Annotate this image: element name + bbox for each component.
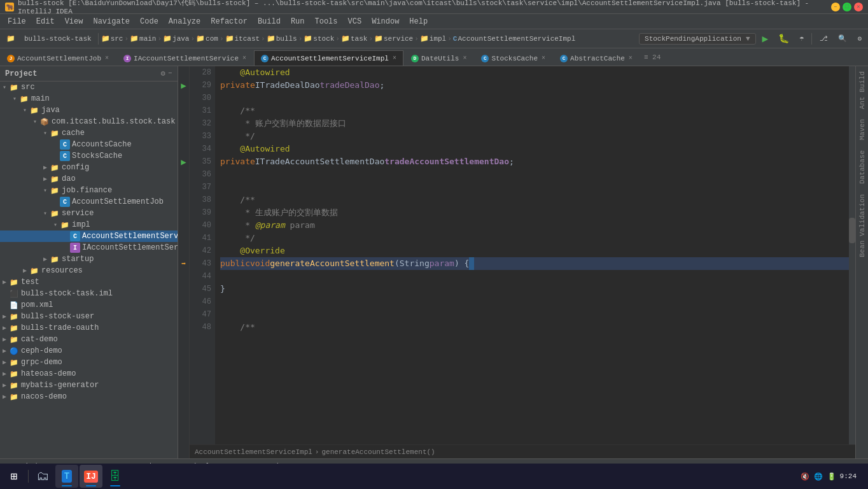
tree-item-startup[interactable]: ▶📁startup bbox=[0, 253, 178, 265]
tab-close-tab5[interactable]: × bbox=[542, 55, 545, 62]
toolbar-project-icon[interactable]: 📁 bbox=[3, 33, 19, 44]
tree-item-service[interactable]: ▾📁service bbox=[0, 208, 178, 219]
tree-item-cache[interactable]: ▾📁cache bbox=[0, 127, 178, 139]
tree-item-bulls-stock-user[interactable]: ▶📁bulls-stock-user bbox=[0, 311, 178, 322]
tree-item-hateoas-demo[interactable]: ▶📁hateoas-demo bbox=[0, 368, 178, 379]
tree-item-java[interactable]: ▾📁java bbox=[0, 104, 178, 116]
taskbar-app-explorer[interactable]: 🗂 bbox=[31, 465, 54, 488]
menu-item-vcs[interactable]: VCS bbox=[343, 16, 367, 27]
line-num-47: 47 bbox=[190, 308, 211, 321]
marker-32 bbox=[178, 117, 189, 130]
maximize-button[interactable]: □ bbox=[843, 3, 851, 11]
tree-item-impl[interactable]: ▾📁impl bbox=[0, 219, 178, 230]
tab-tab6[interactable]: CAbstractCache× bbox=[553, 50, 640, 66]
tab-close-tab2[interactable]: × bbox=[242, 55, 246, 62]
tab-tab1[interactable]: JAccountSettlementJob× bbox=[0, 50, 116, 66]
menu-item-refactor[interactable]: Refactor bbox=[206, 16, 253, 27]
scrollbar[interactable] bbox=[849, 66, 855, 444]
tab-tab3[interactable]: CAccountSettlementServiceImpl× bbox=[254, 50, 403, 66]
sidebar-collapse-icon[interactable]: – bbox=[168, 69, 172, 78]
tab-close-tab3[interactable]: × bbox=[393, 55, 396, 62]
toolbar-sep2 bbox=[811, 33, 812, 45]
sidebar-settings-icon[interactable]: ⚙ bbox=[161, 69, 165, 78]
tree-item-test[interactable]: ▶📁test bbox=[0, 276, 178, 288]
right-tab-bean-validation[interactable]: Bean Validation bbox=[857, 189, 868, 262]
run-config-selector[interactable]: StockPendingApplication ▼ bbox=[639, 33, 755, 45]
tab-tab4[interactable]: DDateUtils× bbox=[404, 50, 473, 66]
marker-36 bbox=[178, 168, 189, 181]
tree-item-src[interactable]: ▾📁src bbox=[0, 82, 178, 93]
run-button[interactable]: ▶ bbox=[759, 31, 773, 46]
tab-close-tab6[interactable]: × bbox=[629, 55, 633, 62]
right-tab-database[interactable]: Database bbox=[857, 145, 868, 189]
menu-item-file[interactable]: File bbox=[3, 16, 31, 27]
menu-item-view[interactable]: View bbox=[60, 16, 88, 27]
menu-item-build[interactable]: Build bbox=[253, 16, 286, 27]
tree-item-com-itcast-bulls-stock-task[interactable]: ▾📦com.itcast.bulls.stock.task bbox=[0, 116, 178, 127]
tree-item-AccountSettlementServiceImpl[interactable]: CAccountSettlementServiceImpl bbox=[0, 230, 178, 242]
tab-close-tab4[interactable]: × bbox=[463, 55, 466, 62]
menu-item-analyze[interactable]: Analyze bbox=[164, 16, 206, 27]
marker-43: ➡ bbox=[178, 257, 189, 270]
code-line-42: @Override bbox=[220, 244, 849, 257]
menu-item-navigate[interactable]: Navigate bbox=[88, 16, 135, 27]
menu-item-run[interactable]: Run bbox=[286, 16, 310, 27]
line-num-46: 46 bbox=[190, 295, 211, 308]
tree-item-bulls-trade-oauth[interactable]: ▶📁bulls-trade-oauth bbox=[0, 322, 178, 334]
taskbar-app-typora[interactable]: T bbox=[55, 465, 78, 488]
menu-item-tools[interactable]: Tools bbox=[310, 16, 343, 27]
taskbar-app-navicat[interactable]: 🗄 bbox=[104, 465, 127, 488]
tabs-count[interactable]: ≡ 24 bbox=[640, 53, 664, 61]
search-button[interactable]: 🔍 bbox=[834, 33, 851, 44]
editor[interactable]: 2829303132333435363738394041424344454647… bbox=[190, 66, 855, 458]
tree-item-IAccountSettlementService[interactable]: IIAccountSettlementService bbox=[0, 242, 178, 253]
tree-item-job-finance[interactable]: ▾📁job.finance bbox=[0, 185, 178, 196]
tree-item-StocksCache[interactable]: CStocksCache bbox=[0, 150, 178, 162]
menu-item-window[interactable]: Window bbox=[367, 16, 404, 27]
tree-item-grpc-demo[interactable]: ▶📁grpc-demo bbox=[0, 357, 178, 368]
menu-item-edit[interactable]: Edit bbox=[31, 16, 60, 27]
tree-item-pom-xml[interactable]: 📄pom.xml bbox=[0, 299, 178, 311]
marker-37 bbox=[178, 181, 189, 194]
tree-item-AccountsCache[interactable]: CAccountsCache bbox=[0, 139, 178, 150]
tree-item-resources[interactable]: ▶📁resources bbox=[0, 265, 178, 276]
git-button[interactable]: ⎇ bbox=[816, 33, 832, 44]
tree-item-AccountSettlementJob[interactable]: CAccountSettlementJob bbox=[0, 196, 178, 208]
tab-tab5[interactable]: CStocksCache× bbox=[474, 50, 552, 66]
right-tab-ant-build[interactable]: Ant Build bbox=[857, 66, 868, 114]
minimize-button[interactable]: – bbox=[831, 3, 840, 11]
tab-tab2[interactable]: IIAccountSettlementService× bbox=[116, 50, 253, 66]
tree-item-nacos-demo[interactable]: ▶📁nacos-demo bbox=[0, 391, 178, 402]
code-area[interactable]: @Autowired private ITradeDealDao tradeDe… bbox=[215, 66, 849, 444]
title-text: bulls-stock [E:\BaiduYunDownload\Day17\代… bbox=[18, 0, 831, 15]
menu-item-help[interactable]: Help bbox=[404, 16, 433, 27]
line-num-28: 28 bbox=[190, 66, 211, 79]
tree-item-mybatis-generator[interactable]: ▶📁mybatis-generator bbox=[0, 379, 178, 391]
line-num-29: 29 bbox=[190, 79, 211, 92]
breadcrumb-sep: › bbox=[315, 448, 319, 456]
tree-item-main[interactable]: ▾📁main bbox=[0, 93, 178, 104]
tree-item-ceph-demo[interactable]: ▶🔵ceph-demo bbox=[0, 345, 178, 357]
tree-item-bulls-stock-task-iml[interactable]: ⬛bulls-stock-task.iml bbox=[0, 288, 178, 299]
code-line-33: */ bbox=[220, 130, 849, 143]
title-bar: 🐂 bulls-stock [E:\BaiduYunDownload\Day17… bbox=[0, 0, 868, 14]
line-num-42: 42 bbox=[190, 244, 211, 257]
toolbar-project-name[interactable]: bulls-stock-task bbox=[20, 34, 95, 44]
tree-item-config[interactable]: ▶📁config bbox=[0, 162, 178, 173]
marker-41 bbox=[178, 232, 189, 244]
debug-button[interactable]: 🐛 bbox=[774, 32, 793, 45]
start-button[interactable]: ⊞ bbox=[3, 465, 25, 488]
settings-button[interactable]: ⚙ bbox=[853, 33, 865, 44]
coverage-button[interactable]: ☂ bbox=[795, 32, 808, 45]
tree-item-dao[interactable]: ▶📁dao bbox=[0, 173, 178, 185]
code-line-31: /** bbox=[220, 104, 849, 117]
line-numbers: 2829303132333435363738394041424344454647… bbox=[190, 66, 215, 444]
menu-item-code[interactable]: Code bbox=[135, 16, 164, 27]
taskbar-app-intellij[interactable]: IJ bbox=[80, 465, 102, 488]
taskbar-sys: 🔇 🌐 🔋 9:24 bbox=[801, 472, 865, 481]
line-markers: ▶▶➡ bbox=[178, 66, 190, 458]
tab-close-tab1[interactable]: × bbox=[105, 55, 109, 62]
right-tab-maven[interactable]: Maven bbox=[857, 114, 868, 145]
close-button[interactable]: ✕ bbox=[854, 3, 863, 11]
tree-item-cat-demo[interactable]: ▶📁cat-demo bbox=[0, 334, 178, 345]
